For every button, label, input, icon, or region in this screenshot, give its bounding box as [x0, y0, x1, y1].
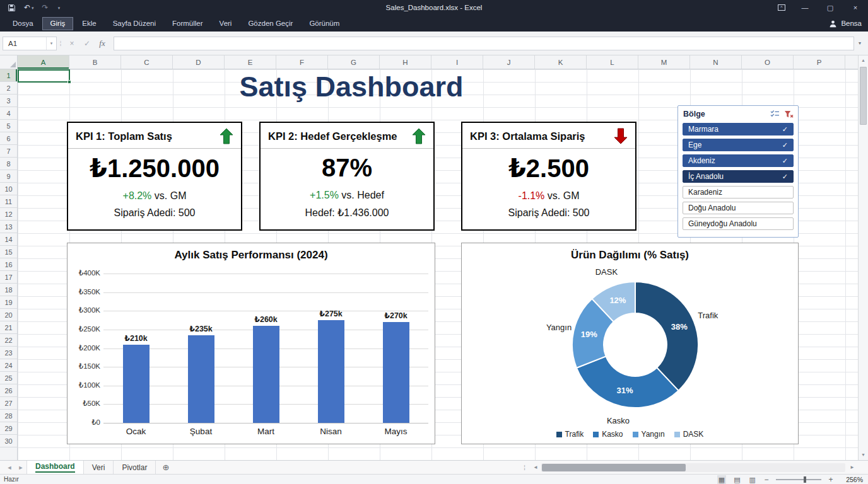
cancel-icon[interactable]: × [64, 39, 79, 48]
column-header-E[interactable]: E [225, 55, 276, 69]
bar-Mart[interactable] [253, 326, 279, 423]
customize-quick-access-icon[interactable]: ▾ [57, 6, 61, 10]
sheet-tab-pivotlar[interactable]: Pivotlar [114, 461, 156, 474]
column-header-D[interactable]: D [173, 55, 225, 69]
ribbon-display-options-icon[interactable]: ^ [771, 0, 792, 15]
slicer-item-1[interactable]: Ege✓ [683, 139, 794, 151]
account-badge[interactable]: Bensa [829, 15, 862, 32]
close-button[interactable]: × [843, 0, 868, 15]
row-header-19[interactable]: 19 [0, 296, 17, 309]
column-header-N[interactable]: N [690, 55, 742, 69]
row-header-13[interactable]: 13 [0, 221, 17, 233]
ribbon-tab-4[interactable]: Formüller [165, 17, 211, 30]
redo-icon[interactable]: ↷ [42, 4, 49, 11]
column-header-O[interactable]: O [742, 55, 794, 69]
vertical-scrollbar[interactable]: ▲ ▼ [858, 55, 868, 460]
fill-handle[interactable] [67, 80, 71, 84]
zoom-level[interactable]: 256% [840, 476, 863, 483]
donut-chart[interactable]: Ürün Dağılımı (% Satış) 38%Trafik31%Kask… [461, 243, 799, 444]
row-header-22[interactable]: 22 [0, 334, 17, 347]
row-header-1[interactable]: 1 [0, 69, 17, 82]
page-layout-view-icon[interactable]: ▤ [732, 475, 741, 484]
bar-Ocak[interactable] [123, 345, 150, 423]
slicer-item-4[interactable]: Karadeniz [683, 186, 794, 199]
scroll-down-icon[interactable]: ▼ [859, 450, 868, 460]
column-header-F[interactable]: F [276, 55, 328, 69]
column-header-L[interactable]: L [587, 55, 638, 69]
row-header-29[interactable]: 29 [0, 422, 17, 435]
row-header-30[interactable]: 30 [0, 435, 17, 447]
formula-input[interactable] [114, 37, 854, 50]
ribbon-tab-0[interactable]: Dosya [5, 17, 41, 30]
slicer-item-2[interactable]: Akdeniz✓ [683, 154, 794, 167]
sheet-tab-dashboard[interactable]: Dashboard [26, 461, 84, 474]
ribbon-tab-7[interactable]: Görünüm [302, 17, 347, 30]
row-header-14[interactable]: 14 [0, 233, 17, 246]
zoom-in-button[interactable]: + [828, 475, 834, 484]
horizontal-scrollbar[interactable] [541, 463, 845, 472]
ribbon-tab-5[interactable]: Veri [212, 17, 240, 30]
page-break-view-icon[interactable]: ▥ [748, 475, 757, 484]
slicer-item-3[interactable]: İç Anadolu✓ [683, 170, 794, 183]
kpi-card-3[interactable]: KPI 3: Ortalama Sipariş₺2.500-1.1% vs. G… [461, 122, 636, 231]
slicer-item-5[interactable]: Doğu Anadolu [683, 202, 794, 214]
ribbon-tab-6[interactable]: Gözden Geçir [240, 17, 300, 30]
name-box[interactable]: A1 ▾ [3, 37, 57, 50]
select-all-corner[interactable] [0, 55, 18, 69]
column-header-H[interactable]: H [380, 55, 431, 69]
row-header-20[interactable]: 20 [0, 309, 17, 321]
row-header-8[interactable]: 8 [0, 158, 17, 170]
kpi-card-1[interactable]: KPI 1: Toplam Satış₺1.250.000+8.2% vs. G… [67, 122, 242, 231]
minimize-button[interactable]: — [792, 0, 818, 15]
row-header-12[interactable]: 12 [0, 208, 17, 221]
bar-chart[interactable]: Aylık Satış Performansı (2024) ₺400K₺350… [67, 243, 435, 444]
row-header-17[interactable]: 17 [0, 271, 17, 284]
row-header-18[interactable]: 18 [0, 284, 17, 296]
ribbon-tab-1[interactable]: Giriş [42, 17, 74, 30]
region-slicer[interactable]: Bölge Marmara✓Ege✓Akdeniz✓İç Anadolu✓Kar… [677, 105, 799, 238]
name-box-caret-icon[interactable]: ▾ [46, 37, 56, 50]
ribbon-tab-3[interactable]: Sayfa Düzeni [105, 17, 163, 30]
new-sheet-icon[interactable]: ⊕ [162, 463, 169, 472]
row-header-16[interactable]: 16 [0, 258, 17, 271]
row-header-4[interactable]: 4 [0, 107, 17, 120]
row-header-7[interactable]: 7 [0, 145, 17, 158]
bar-Nisan[interactable] [318, 320, 344, 423]
column-header-M[interactable]: M [638, 55, 690, 69]
save-icon[interactable] [8, 4, 16, 12]
column-header-K[interactable]: K [535, 55, 587, 69]
formula-bar-expand-icon[interactable]: ▾ [854, 40, 865, 46]
column-header-G[interactable]: G [328, 55, 380, 69]
sheet-nav-left-icon[interactable]: ◄ [4, 464, 15, 471]
normal-view-icon[interactable]: ▦ [717, 475, 726, 484]
scroll-up-icon[interactable]: ▲ [859, 55, 868, 66]
row-header-6[interactable]: 6 [0, 132, 17, 145]
column-header-P[interactable]: P [794, 55, 845, 69]
row-header-21[interactable]: 21 [0, 321, 17, 334]
tab-scroll-divider[interactable]: ⁞ [524, 464, 525, 471]
zoom-slider-thumb[interactable] [804, 476, 806, 483]
zoom-slider[interactable] [776, 479, 821, 480]
row-header-3[interactable]: 3 [0, 95, 17, 107]
bar-Şubat[interactable] [188, 335, 214, 423]
row-header-23[interactable]: 23 [0, 347, 17, 359]
row-header-9[interactable]: 9 [0, 170, 17, 183]
row-header-27[interactable]: 27 [0, 397, 17, 410]
horizontal-scrollbar-thumb[interactable] [542, 464, 686, 471]
multi-select-icon[interactable] [769, 109, 780, 119]
kpi-card-2[interactable]: KPI 2: Hedef Gerçekleşme87%+1.5% vs. Hed… [259, 122, 435, 231]
row-header-15[interactable]: 15 [0, 246, 17, 258]
row-header-10[interactable]: 10 [0, 183, 17, 195]
sheet-nav-right-icon[interactable]: ► [15, 464, 26, 471]
row-header-24[interactable]: 24 [0, 359, 17, 372]
row-header-5[interactable]: 5 [0, 120, 17, 132]
sheet-tab-veri[interactable]: Veri [84, 461, 114, 474]
clear-filter-icon[interactable] [783, 109, 794, 119]
insert-function-icon[interactable]: fx [95, 38, 110, 49]
column-header-C[interactable]: C [121, 55, 173, 69]
column-header-I[interactable]: I [431, 55, 483, 69]
hscroll-right-icon[interactable]: ► [848, 463, 857, 473]
maximize-button[interactable]: ▢ [818, 0, 843, 15]
zoom-out-button[interactable]: − [763, 475, 770, 484]
ribbon-tab-2[interactable]: Ekle [74, 17, 103, 30]
